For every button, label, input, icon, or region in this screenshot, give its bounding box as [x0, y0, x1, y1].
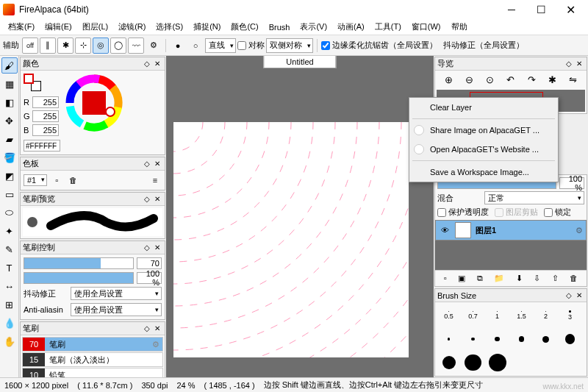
panel-undock-icon[interactable]: ◇ [142, 324, 152, 332]
aa-select[interactable]: 使用全局设置 [71, 303, 162, 316]
menu-help[interactable]: 帮助 [446, 20, 473, 34]
folder-icon[interactable]: 📁 [494, 274, 504, 283]
zoom-fit-icon[interactable]: ⊙ [486, 74, 494, 85]
zoom-in-icon[interactable]: ⊕ [445, 74, 453, 85]
select-wand-tool[interactable]: ✦ [1, 223, 18, 239]
antialias-checkbox[interactable] [321, 41, 330, 50]
fill-tool[interactable]: ▰ [1, 131, 18, 147]
menu-layer[interactable]: 图层(L) [77, 20, 113, 34]
canvas-area[interactable]: Untitled [166, 56, 434, 377]
bucket-tool[interactable]: 🪣 [1, 149, 18, 165]
brush-opacity-value[interactable]: 100 % [137, 272, 162, 284]
brush-size-cell[interactable]: 0.7 [461, 304, 485, 327]
hand-tool[interactable]: ✋ [1, 333, 18, 349]
menu-tool[interactable]: 工具(T) [370, 20, 406, 34]
layer-list-area[interactable] [435, 240, 587, 270]
brush-opacity-slider[interactable] [24, 272, 134, 284]
color-wheel[interactable] [65, 74, 123, 132]
panel-undock-icon[interactable]: ◇ [564, 291, 574, 299]
brush-size-cell[interactable] [437, 351, 461, 374]
document-tab[interactable]: Untitled [263, 56, 336, 68]
merge-down-icon[interactable]: ⬇ [516, 274, 523, 283]
fg-bg-swatch[interactable] [24, 74, 41, 91]
protect-alpha-checkbox[interactable] [437, 208, 446, 217]
brush-size-cell[interactable] [461, 327, 485, 351]
blend-select[interactable]: 正常 [484, 191, 584, 204]
brush-size-value[interactable]: 70 [137, 257, 162, 269]
brush-size-cell[interactable]: 1.5 [509, 304, 534, 327]
layer-opacity-value[interactable]: 100 % [559, 177, 584, 189]
symmetry-mode-select[interactable]: 双侧对称 [266, 38, 313, 53]
ctx-share-image[interactable]: Share Image on AlpacaGET ... [409, 121, 558, 140]
panel-undock-icon[interactable]: ◇ [564, 60, 574, 68]
panel-close-icon[interactable]: ✕ [152, 324, 162, 332]
snap-parallel-button[interactable]: ∥ [40, 38, 56, 54]
brush-size-cell[interactable] [558, 327, 582, 351]
dot-tool[interactable]: ▦ [1, 76, 18, 92]
palette-delete-button[interactable]: 🗑 [66, 174, 79, 187]
brush-list-item[interactable]: 15笔刷（淡入淡出） [22, 352, 163, 367]
select-rect-tool[interactable]: ▭ [1, 186, 18, 202]
brush-size-cell[interactable] [509, 327, 534, 351]
hex-input[interactable] [24, 140, 60, 152]
maximize-button[interactable]: ☐ [526, 0, 556, 19]
brush-size-slider[interactable] [24, 257, 134, 269]
delete-layer-icon[interactable]: 🗑 [570, 274, 578, 283]
symmetry-checkbox[interactable] [237, 41, 246, 50]
b-input[interactable] [32, 124, 59, 136]
menu-window[interactable]: 窗口(W) [406, 20, 446, 34]
move-up-icon[interactable]: ⇧ [552, 274, 559, 283]
palette-menu-button[interactable]: ≡ [148, 174, 162, 187]
panel-close-icon[interactable]: ✕ [574, 291, 584, 299]
layer-visibility-icon[interactable]: 👁 [439, 226, 451, 235]
brush-ring-icon[interactable]: ○ [187, 38, 204, 54]
brush-size-cell[interactable]: 0.5 [437, 304, 461, 327]
text-tool[interactable]: T [1, 260, 18, 276]
brush-list-item[interactable]: 70笔刷⚙ [22, 337, 163, 352]
ctx-open-website[interactable]: Open AlpacaGET's Website ... [409, 140, 558, 159]
jitter-select[interactable]: 使用全局设置 [71, 287, 162, 300]
g-input[interactable] [32, 110, 59, 122]
lock-checkbox[interactable] [544, 208, 553, 217]
canvas[interactable] [173, 122, 409, 357]
brush-size-cell[interactable]: 3 [558, 304, 582, 327]
move-tool[interactable]: ✥ [1, 113, 18, 129]
menu-anim[interactable]: 动画(A) [332, 20, 370, 34]
brush-size-cell[interactable] [534, 327, 558, 351]
panel-undock-icon[interactable]: ◇ [142, 160, 152, 168]
eraser-tool[interactable]: ◧ [1, 94, 18, 110]
select-lasso-tool[interactable]: ⬭ [1, 204, 18, 221]
rotate-right-icon[interactable]: ↷ [528, 74, 536, 85]
brush-tool[interactable]: 🖌 [1, 57, 18, 74]
menu-select[interactable]: 选择(S) [151, 20, 188, 34]
menu-brush[interactable]: Brush [264, 21, 295, 33]
snap-off-button[interactable]: off [22, 38, 38, 54]
eyedropper-tool[interactable]: 💧 [1, 315, 18, 331]
panel-close-icon[interactable]: ✕ [152, 60, 162, 68]
snap-settings-button[interactable]: ⚙ [146, 38, 162, 54]
duplicate-layer-icon[interactable]: ⧉ [477, 274, 483, 283]
move-down-icon[interactable]: ⇩ [534, 274, 540, 283]
divide-tool[interactable]: ⊞ [1, 296, 18, 313]
menu-filter[interactable]: 滤镜(R) [113, 20, 151, 34]
panel-close-icon[interactable]: ✕ [152, 160, 162, 168]
brush-size-cell[interactable]: 2 [534, 304, 558, 327]
layer-item[interactable]: 👁 图层1 ⚙ [435, 220, 587, 240]
close-button[interactable]: ✕ [556, 0, 585, 19]
gradient-tool[interactable]: ◩ [1, 168, 18, 184]
panel-undock-icon[interactable]: ◇ [142, 195, 152, 203]
panel-close-icon[interactable]: ✕ [574, 60, 584, 68]
snap-radial-button[interactable]: ◎ [93, 38, 109, 54]
menu-snap[interactable]: 捕捉(N) [188, 20, 226, 34]
rotate-left-icon[interactable]: ↶ [506, 74, 514, 85]
brush-dot-icon[interactable]: ● [170, 38, 186, 54]
oper-tool[interactable]: ↔ [1, 278, 18, 294]
menu-view[interactable]: 表示(V) [295, 20, 332, 34]
brush-size-cell[interactable] [437, 327, 461, 351]
brush-size-cell[interactable] [461, 351, 485, 374]
brush-settings-icon[interactable]: ⚙ [152, 340, 159, 349]
rotate-reset-icon[interactable]: ✱ [548, 74, 556, 85]
line-mode-select[interactable]: 直线 [205, 38, 236, 53]
zoom-out-icon[interactable]: ⊖ [465, 74, 473, 85]
layer-settings-icon[interactable]: ⚙ [576, 226, 583, 235]
